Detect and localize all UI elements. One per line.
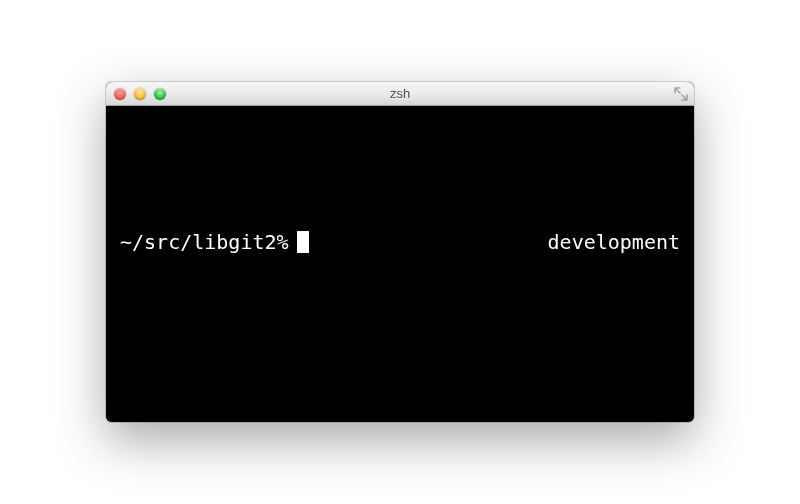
prompt-line: ~/src/libgit2% development — [120, 230, 680, 254]
traffic-lights — [114, 88, 166, 100]
window-title: zsh — [106, 86, 694, 101]
terminal-body[interactable]: ~/src/libgit2% development — [106, 106, 694, 422]
zoom-icon[interactable] — [154, 88, 166, 100]
prompt-left: ~/src/libgit2% — [120, 230, 309, 254]
fullscreen-icon[interactable] — [674, 87, 688, 101]
minimize-icon[interactable] — [134, 88, 146, 100]
prompt-right: development — [548, 230, 680, 254]
cursor-icon — [297, 231, 309, 253]
terminal-window: zsh ~/src/libgit2% development — [106, 82, 694, 422]
prompt-path: ~/src/libgit2% — [120, 230, 289, 254]
titlebar[interactable]: zsh — [106, 82, 694, 106]
close-icon[interactable] — [114, 88, 126, 100]
